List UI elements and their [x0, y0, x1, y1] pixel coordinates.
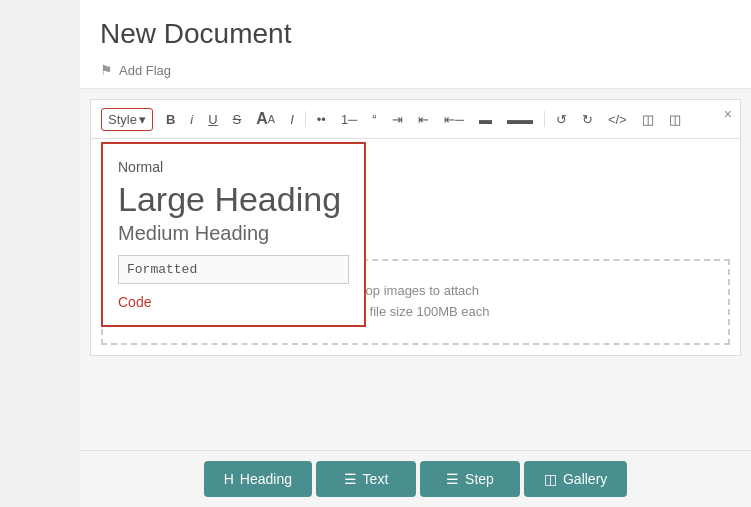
- sidebar: [0, 0, 80, 507]
- main-content: New Document ⚑ Add Flag × Style ▾ B i U …: [80, 0, 751, 507]
- chevron-down-icon: ▾: [139, 112, 146, 127]
- style-label: Style: [108, 112, 137, 127]
- style-option-medium-heading[interactable]: Medium Heading: [118, 222, 349, 245]
- indent-right-button[interactable]: ⇥: [386, 108, 409, 131]
- gallery-icon: ◫: [544, 471, 557, 487]
- align-right-button[interactable]: ▬▬: [501, 108, 539, 131]
- editor-box: × Style ▾ B i U S AA I •• 1─ “ ⇥: [90, 99, 741, 356]
- align-left-button[interactable]: ⇤─: [438, 108, 470, 131]
- redo-button[interactable]: ↻: [576, 108, 599, 131]
- text-button[interactable]: ☰ Text: [316, 461, 416, 497]
- heading-icon: H: [224, 471, 234, 487]
- heading-button[interactable]: H Heading: [204, 461, 312, 497]
- table2-button[interactable]: ◫: [663, 108, 687, 131]
- style-option-formatted[interactable]: Formatted: [118, 255, 349, 284]
- numbered-button[interactable]: 1─: [335, 108, 363, 131]
- gallery-button[interactable]: ◫ Gallery: [524, 461, 627, 497]
- heading-label: Heading: [240, 471, 292, 487]
- bottom-toolbar: H Heading ☰ Text ☰ Step ◫ Gallery: [80, 450, 751, 507]
- text-icon: ☰: [344, 471, 357, 487]
- table-button[interactable]: ◫: [636, 108, 660, 131]
- step-label: Step: [465, 471, 494, 487]
- style-option-large-heading[interactable]: Large Heading: [118, 181, 349, 218]
- undo-button[interactable]: ↺: [550, 108, 573, 131]
- editor-toolbar: Style ▾ B i U S AA I •• 1─ “ ⇥ ⇤ ⇤─ ▬ ▬▬: [91, 100, 740, 139]
- style-option-normal[interactable]: Normal: [118, 159, 349, 175]
- document-title: New Document: [100, 18, 731, 50]
- add-flag-button[interactable]: ⚑ Add Flag: [100, 62, 731, 78]
- font-size-button[interactable]: AA: [250, 106, 281, 132]
- style-panel: Normal Large Heading Medium Heading Form…: [101, 142, 366, 327]
- step-icon: ☰: [446, 471, 459, 487]
- close-button[interactable]: ×: [724, 106, 732, 122]
- add-flag-label: Add Flag: [119, 63, 171, 78]
- font-size-small-icon: A: [268, 113, 275, 125]
- italic-button[interactable]: i: [184, 108, 199, 131]
- style-option-code[interactable]: Code: [118, 294, 349, 310]
- step-button[interactable]: ☰ Step: [420, 461, 520, 497]
- quote-button[interactable]: “: [366, 108, 382, 131]
- title-area: New Document ⚑ Add Flag: [80, 0, 751, 89]
- strikethrough-button[interactable]: S: [227, 108, 248, 131]
- toolbar-separator-1: [305, 111, 306, 127]
- text-label: Text: [363, 471, 389, 487]
- editor-area: × Style ▾ B i U S AA I •• 1─ “ ⇥: [80, 89, 751, 450]
- bold-button[interactable]: B: [160, 108, 181, 131]
- italic2-button[interactable]: I: [284, 108, 300, 131]
- style-dropdown[interactable]: Style ▾: [101, 108, 153, 131]
- underline-button[interactable]: U: [202, 108, 223, 131]
- indent-left-button[interactable]: ⇤: [412, 108, 435, 131]
- bullets-button[interactable]: ••: [311, 108, 332, 131]
- code-button[interactable]: </>: [602, 108, 633, 131]
- flag-icon: ⚑: [100, 62, 113, 78]
- font-size-big-icon: A: [256, 110, 268, 128]
- toolbar-separator-2: [544, 111, 545, 127]
- gallery-label: Gallery: [563, 471, 607, 487]
- align-center-button[interactable]: ▬: [473, 108, 498, 131]
